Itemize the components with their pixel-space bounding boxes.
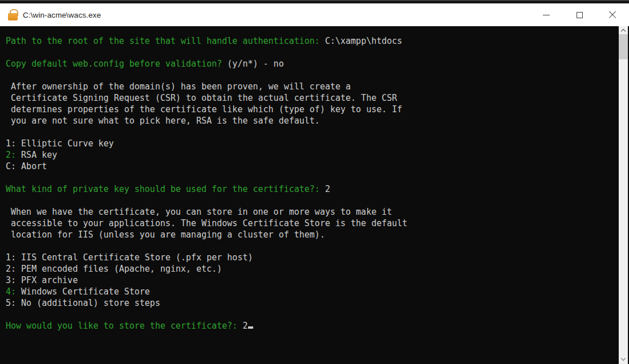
terminal-text-segment: When we have the certificate, you can st… <box>6 207 392 217</box>
terminal-line <box>6 309 629 320</box>
terminal-line: 1: IIS Central Certificate Store (.pfx p… <box>6 252 629 263</box>
terminal-text-segment: 5: No (additional) store steps <box>6 298 160 308</box>
terminal-line: 4: Windows Certificate Store <box>6 286 629 297</box>
terminal-text-segment: 4: <box>6 287 16 297</box>
terminal-line: Copy default web.config before validatio… <box>6 58 629 69</box>
terminal-text-segment: location for IIS (unless you are managin… <box>6 230 325 240</box>
minimize-icon <box>543 15 550 15</box>
terminal-text-segment: What kind of private key should be used … <box>6 184 320 194</box>
terminal-text-segment: you are not sure what to pick here, RSA … <box>6 116 320 126</box>
terminal-text-segment: 2 <box>237 321 247 331</box>
chevron-up-icon <box>621 29 626 34</box>
terminal-text-segment: Windows Certificate Store <box>16 287 150 297</box>
terminal-line: What kind of private key should be used … <box>6 183 629 195</box>
terminal-text-segment: 2: <box>6 150 16 160</box>
terminal-text-segment: 1: Elliptic Curve key <box>6 138 114 149</box>
terminal-text-segment: After ownership of the domain(s) has bee… <box>6 81 351 92</box>
terminal-line: C: Abort <box>6 161 629 172</box>
terminal-text-segment: RSA key <box>16 150 57 160</box>
terminal-line <box>6 195 629 206</box>
terminal[interactable]: Path to the root of the site that will h… <box>0 26 629 364</box>
terminal-text-segment: accessible to your applications. The Win… <box>6 218 407 228</box>
terminal-text-segment: Path to the root of the site that will h… <box>6 36 320 46</box>
terminal-line: determines properties of the certificate… <box>6 104 629 115</box>
terminal-line: 1: Elliptic Curve key <box>6 138 629 149</box>
terminal-line: Path to the root of the site that will h… <box>6 35 629 47</box>
terminal-line: accessible to your applications. The Win… <box>6 218 629 229</box>
maximize-icon <box>577 12 583 18</box>
terminal-line: Certificate Signing Request (CSR) to obt… <box>6 92 629 104</box>
terminal-text-segment: determines properties of the certificate… <box>6 104 402 114</box>
vertical-scrollbar[interactable] <box>619 26 628 364</box>
terminal-line <box>6 172 629 183</box>
terminal-line: location for IIS (unless you are managin… <box>6 229 629 240</box>
lock-icon[interactable] <box>8 13 18 21</box>
scrollbar-thumb[interactable] <box>619 34 628 59</box>
terminal-line: 3: PFX archive <box>6 275 629 286</box>
close-button[interactable] <box>596 3 629 26</box>
terminal-line: you are not sure what to pick here, RSA … <box>6 115 629 126</box>
scroll-up-button[interactable] <box>619 26 628 35</box>
terminal-text-segment: C:\xampp\htdocs <box>320 36 403 46</box>
terminal-line: How would you like to store the certific… <box>6 320 629 332</box>
terminal-text-segment: 2 <box>320 184 330 194</box>
terminal-line: 2: RSA key <box>6 149 629 161</box>
maximize-button[interactable] <box>563 3 596 26</box>
terminal-text-segment: C: Abort <box>6 161 47 171</box>
text-cursor <box>248 326 253 329</box>
terminal-line: When we have the certificate, you can st… <box>6 206 629 218</box>
terminal-text-segment: 1: IIS Central Certificate Store (.pfx p… <box>6 252 253 263</box>
terminal-line <box>6 69 629 81</box>
terminal-line <box>6 47 629 58</box>
terminal-text-segment: How would you like to store the certific… <box>6 321 237 331</box>
console-window: C:\win-acme\wacs.exe Path to the root of… <box>0 0 629 364</box>
terminal-line <box>6 240 629 252</box>
chevron-down-icon <box>621 356 626 361</box>
terminal-text-segment: 3: PFX archive <box>6 275 78 285</box>
scroll-down-button[interactable] <box>619 355 628 363</box>
terminal-line: 5: No (additional) store steps <box>6 297 629 309</box>
terminal-text-segment: Certificate Signing Request (CSR) to obt… <box>6 93 397 103</box>
terminal-line <box>6 126 629 138</box>
terminal-text-segment: 2: PEM encoded files (Apache, nginx, etc… <box>6 264 222 274</box>
terminal-line: After ownership of the domain(s) has bee… <box>6 81 629 92</box>
title-bar[interactable]: C:\win-acme\wacs.exe <box>0 3 629 26</box>
window-controls <box>530 3 629 26</box>
minimize-button[interactable] <box>530 3 563 26</box>
terminal-text-segment: (y/n*) - no <box>222 59 283 69</box>
terminal-line: 2: PEM encoded files (Apache, nginx, etc… <box>6 263 629 275</box>
window-title: C:\win-acme\wacs.exe <box>23 11 101 19</box>
terminal-text-segment: Copy default web.config before validatio… <box>6 59 222 69</box>
